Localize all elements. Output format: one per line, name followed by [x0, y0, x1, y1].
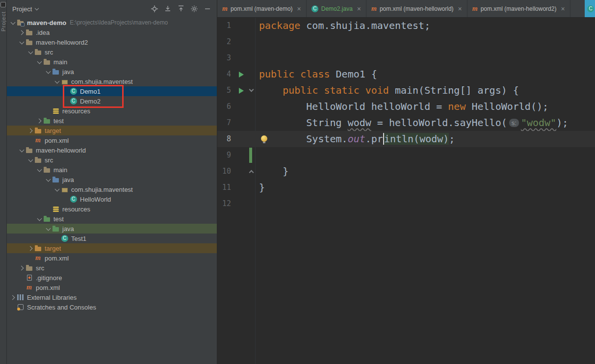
tree-item-pom-xml[interactable]: mpom.xml — [7, 283, 217, 292]
code-line-9[interactable]: 9 — [217, 147, 595, 163]
chevron-expanded-icon[interactable] — [36, 216, 43, 222]
code-line-6[interactable]: 6 HelloWorld helloWorld = new HelloWorld… — [217, 99, 595, 115]
folder-icon — [34, 156, 42, 164]
tree-item-test[interactable]: test — [7, 116, 217, 126]
chevron-collapsed-icon[interactable] — [27, 128, 34, 134]
code-text[interactable]: } — [255, 163, 288, 180]
tree-item-src[interactable]: src — [7, 47, 217, 57]
tree-item-src[interactable]: src — [7, 263, 217, 273]
code-line-12[interactable]: 12 — [217, 196, 595, 212]
chevron-expanded-icon[interactable] — [45, 177, 52, 183]
code-editor[interactable]: 1package com.shujia.maventest; 2 3 4publ… — [217, 18, 595, 364]
run-class-gutter-icon[interactable] — [239, 72, 244, 78]
chevron-expanded-icon[interactable] — [36, 59, 43, 65]
close-icon[interactable]: × — [561, 5, 565, 13]
chevron-collapsed-icon[interactable] — [19, 29, 25, 36]
code-text[interactable]: package com.shujia.maventest; — [255, 18, 430, 34]
tree-item-target[interactable]: target — [7, 126, 217, 135]
chevron-expanded-icon[interactable] — [27, 157, 34, 163]
code-line-2[interactable]: 2 — [217, 34, 595, 50]
code-text[interactable]: HelloWorld helloWorld = new HelloWorld()… — [255, 99, 548, 115]
tree-item-package[interactable]: com.shujia.maventest — [7, 184, 217, 194]
tree-item-target[interactable]: target — [7, 243, 217, 253]
code-line-5[interactable]: 5 public static void main(String[] args)… — [217, 82, 595, 99]
tab-demo2-java[interactable]: CDemo2.java× — [307, 0, 366, 17]
tree-item-helloworld[interactable]: CHelloWorld — [7, 194, 217, 204]
tree-item-main[interactable]: main — [7, 57, 217, 67]
code-line-1[interactable]: 1package com.shujia.maventest; — [217, 18, 595, 34]
chevron-expanded-icon[interactable] — [27, 49, 34, 55]
code-text[interactable]: public static void main(String[] args) { — [255, 82, 519, 99]
run-main-gutter-icon[interactable] — [239, 88, 244, 94]
hide-panel-button[interactable] — [202, 3, 213, 14]
excluded-folder-icon — [34, 127, 42, 134]
chevron-collapsed-icon[interactable] — [10, 294, 16, 301]
tree-item-pom-xml[interactable]: mpom.xml — [7, 253, 217, 263]
tree-item-test[interactable]: test — [7, 214, 217, 224]
settings-button[interactable] — [189, 3, 200, 14]
chevron-expanded-icon[interactable] — [45, 69, 52, 75]
collapse-all-button[interactable] — [176, 3, 186, 14]
code-line-3[interactable]: 3 — [217, 50, 595, 66]
package-icon — [60, 78, 69, 85]
tool-window-icon[interactable] — [0, 2, 6, 7]
chevron-down-icon[interactable] — [35, 6, 40, 11]
tab-active-stub[interactable]: C — [585, 0, 595, 17]
tree-item-maven-helloworld[interactable]: maven-helloworld — [7, 145, 217, 155]
panel-title[interactable]: Project — [12, 5, 32, 13]
resources-icon — [52, 107, 60, 115]
chevron-expanded-icon[interactable] — [19, 39, 25, 46]
chevron-collapsed-icon[interactable] — [36, 118, 43, 124]
scroll-from-source-button[interactable] — [149, 3, 160, 14]
code-text[interactable]: System.out.println(wodw); — [255, 131, 455, 147]
code-line-8[interactable]: 8 System.out.println(wodw); — [217, 131, 595, 147]
expand-all-button[interactable] — [162, 3, 173, 14]
tree-item-gitignore[interactable]: .gitignore — [7, 273, 217, 283]
chevron-collapsed-icon[interactable] — [27, 245, 34, 252]
close-icon[interactable]: × — [357, 5, 361, 13]
code-token: new — [448, 101, 466, 112]
tree-item-resources[interactable]: resources — [7, 204, 217, 214]
project-stripe-button[interactable]: Project — [0, 11, 6, 31]
tree-item-pom-xml[interactable]: mpom.xml — [7, 135, 217, 145]
tree-item-java[interactable]: java — [7, 175, 217, 184]
tree-item-main[interactable]: main — [7, 165, 217, 175]
tree-item-test1[interactable]: CTest1 — [7, 234, 217, 243]
chevron-expanded-icon[interactable] — [54, 186, 60, 193]
code-text[interactable] — [255, 50, 259, 66]
chevron-expanded-icon[interactable] — [36, 167, 43, 173]
code-text[interactable] — [255, 196, 259, 212]
code-token: HelloWorld helloWorld = — [259, 101, 448, 112]
code-text[interactable] — [255, 34, 259, 50]
code-line-7[interactable]: 7 String wodw = helloWorld.sayHello(s:"w… — [217, 115, 595, 131]
code-text[interactable] — [255, 147, 259, 163]
tree-item-maven-demo[interactable]: maven-demoE:\projects\IdeaProjects\maven… — [7, 18, 217, 27]
annotation-box — [63, 85, 124, 108]
code-text[interactable]: public class Demo1 { — [255, 66, 377, 82]
close-icon[interactable]: × — [458, 5, 462, 13]
code-text[interactable]: String wodw = helloWorld.sayHello(s:"wod… — [255, 115, 568, 131]
chevron-expanded-icon[interactable] — [10, 20, 16, 26]
tree-item-external-libraries[interactable]: External Libraries — [7, 292, 217, 302]
tab-pom-maven-helloworld[interactable]: mpom.xml (maven-helloworld)× — [366, 0, 467, 17]
tree-item-java-test[interactable]: java — [7, 224, 217, 234]
tree-item-java[interactable]: java — [7, 67, 217, 77]
close-icon[interactable]: × — [297, 5, 301, 13]
code-line-10[interactable]: 10 } — [217, 163, 595, 180]
chevron-expanded-icon[interactable] — [54, 78, 60, 85]
code-line-11[interactable]: 11} — [217, 180, 595, 196]
fold-region-start-icon[interactable] — [249, 87, 254, 92]
chevron-expanded-icon[interactable] — [45, 226, 52, 232]
tab-pom-maven-demo[interactable]: mpom.xml (maven-demo)× — [217, 0, 307, 17]
chevron-expanded-icon[interactable] — [19, 147, 25, 154]
tree-item-scratches[interactable]: Scratches and Consoles — [7, 302, 217, 312]
tree-item-src[interactable]: src — [7, 155, 217, 165]
fold-region-end-icon[interactable] — [249, 170, 254, 175]
tab-pom-maven-helloword2[interactable]: mpom.xml (maven-helloword2)× — [467, 0, 570, 17]
code-text[interactable]: } — [255, 180, 265, 196]
chevron-collapsed-icon[interactable] — [19, 265, 25, 271]
intention-bulb-icon[interactable] — [261, 135, 267, 142]
tree-item-idea[interactable]: .idea — [7, 27, 217, 37]
tree-item-maven-helloword2[interactable]: maven-helloword2 — [7, 37, 217, 47]
code-line-4[interactable]: 4public class Demo1 { — [217, 66, 595, 82]
